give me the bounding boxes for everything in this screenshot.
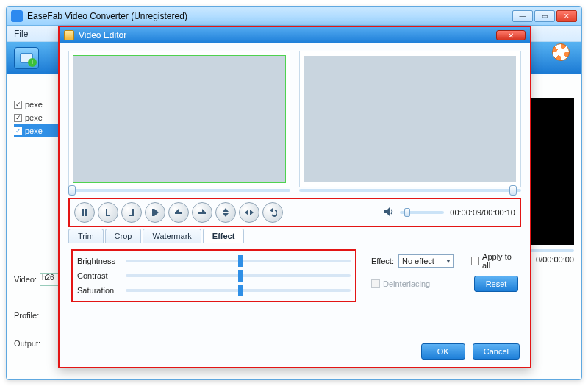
output-label: Output: bbox=[14, 339, 40, 348]
effect-select[interactable]: No effect bbox=[398, 254, 454, 268]
mark-out-button[interactable] bbox=[121, 202, 142, 223]
color-sliders-group: Brightness Contrast Saturation bbox=[71, 249, 356, 302]
reset-button[interactable]: Reset bbox=[474, 276, 518, 292]
maximize-button[interactable]: ▭ bbox=[534, 10, 555, 22]
brightness-slider[interactable] bbox=[126, 260, 351, 262]
tab-crop[interactable]: Crop bbox=[105, 229, 142, 243]
video-editor-window: Video Editor ✕ bbox=[58, 26, 531, 368]
svg-marker-15 bbox=[250, 210, 254, 215]
flip-vertical-button[interactable] bbox=[215, 202, 236, 223]
svg-rect-5 bbox=[129, 215, 134, 216]
tab-watermark[interactable]: Watermark bbox=[143, 229, 201, 243]
output-canvas bbox=[304, 56, 516, 182]
brightness-label: Brightness bbox=[77, 257, 121, 265]
contrast-slider[interactable] bbox=[126, 274, 351, 277]
tab-effect[interactable]: Effect bbox=[203, 229, 245, 243]
editor-time: 00:00:09/00:00:10 bbox=[450, 208, 515, 217]
source-canvas bbox=[74, 56, 285, 182]
close-button[interactable]: ✕ bbox=[556, 10, 577, 22]
main-preview-time: 0/00:00:00 bbox=[536, 255, 574, 264]
tab-trim[interactable]: Trim bbox=[68, 229, 104, 243]
editor-app-icon bbox=[64, 30, 74, 40]
minimize-button[interactable]: — bbox=[512, 10, 533, 22]
svg-marker-8 bbox=[175, 209, 179, 212]
editor-close-button[interactable]: ✕ bbox=[496, 30, 526, 40]
app-title: EaseFab Video Converter (Unregistered) bbox=[27, 11, 512, 21]
playback-controls-group: 00:00:09/00:00:10 bbox=[68, 198, 521, 227]
next-frame-button[interactable] bbox=[145, 202, 165, 223]
undo-button[interactable] bbox=[262, 202, 283, 223]
checkbox-icon[interactable]: ✓ bbox=[14, 101, 22, 109]
pause-button[interactable] bbox=[74, 202, 95, 223]
apply-to-all-label: Apply to all bbox=[482, 252, 518, 270]
video-label: Video: bbox=[14, 275, 37, 284]
deinterlacing-checkbox bbox=[371, 279, 380, 288]
rotate-right-button[interactable] bbox=[192, 202, 212, 223]
saturation-slider[interactable] bbox=[126, 289, 351, 292]
mark-in-button[interactable] bbox=[98, 202, 118, 223]
svg-rect-1 bbox=[85, 209, 87, 216]
svg-marker-10 bbox=[202, 209, 206, 212]
volume-slider[interactable] bbox=[400, 211, 444, 214]
svg-marker-17 bbox=[384, 207, 390, 216]
svg-marker-14 bbox=[245, 210, 248, 215]
main-preview-pane bbox=[530, 98, 574, 245]
editor-titlebar: Video Editor ✕ bbox=[60, 27, 530, 43]
svg-marker-12 bbox=[223, 208, 229, 212]
app-icon bbox=[11, 10, 23, 22]
volume-icon[interactable] bbox=[384, 207, 394, 218]
svg-rect-9 bbox=[175, 212, 182, 214]
rotate-left-button[interactable] bbox=[168, 202, 189, 223]
file-name: pexe bbox=[25, 113, 43, 122]
add-file-button[interactable] bbox=[14, 47, 39, 69]
main-preview-slider[interactable] bbox=[530, 249, 574, 252]
file-name: pexe bbox=[25, 126, 43, 135]
svg-rect-0 bbox=[82, 209, 84, 216]
titlebar: EaseFab Video Converter (Unregistered) —… bbox=[7, 7, 581, 26]
svg-marker-16 bbox=[270, 208, 273, 212]
output-preview bbox=[299, 51, 521, 187]
cancel-button[interactable]: Cancel bbox=[473, 343, 520, 360]
effect-label: Effect: bbox=[371, 257, 394, 265]
menu-file[interactable]: File bbox=[14, 29, 28, 39]
effect-panel: Brightness Contrast Saturation Effect: N… bbox=[68, 243, 521, 308]
svg-rect-6 bbox=[152, 209, 154, 216]
contrast-label: Contrast bbox=[77, 271, 121, 280]
editor-title: Video Editor bbox=[79, 30, 126, 40]
deinterlacing-label: Deinterlacing bbox=[383, 279, 430, 288]
help-icon[interactable] bbox=[552, 43, 570, 61]
output-seek-slider[interactable] bbox=[299, 189, 521, 192]
editor-tabs: Trim Crop Watermark Effect bbox=[68, 229, 521, 243]
source-preview bbox=[68, 51, 290, 187]
svg-marker-7 bbox=[154, 209, 159, 216]
svg-rect-3 bbox=[106, 215, 110, 216]
saturation-label: Saturation bbox=[77, 286, 121, 295]
source-seek-slider[interactable] bbox=[68, 189, 290, 192]
file-name: pexe bbox=[25, 100, 43, 109]
svg-marker-13 bbox=[223, 213, 229, 217]
ok-button[interactable]: OK bbox=[421, 343, 465, 360]
checkbox-icon[interactable]: ✓ bbox=[14, 114, 22, 122]
checkbox-icon[interactable]: ✓ bbox=[14, 127, 22, 135]
apply-to-all-checkbox[interactable] bbox=[471, 257, 479, 265]
profile-label: Profile: bbox=[14, 311, 39, 320]
svg-rect-11 bbox=[198, 212, 206, 214]
flip-horizontal-button[interactable] bbox=[239, 202, 259, 223]
